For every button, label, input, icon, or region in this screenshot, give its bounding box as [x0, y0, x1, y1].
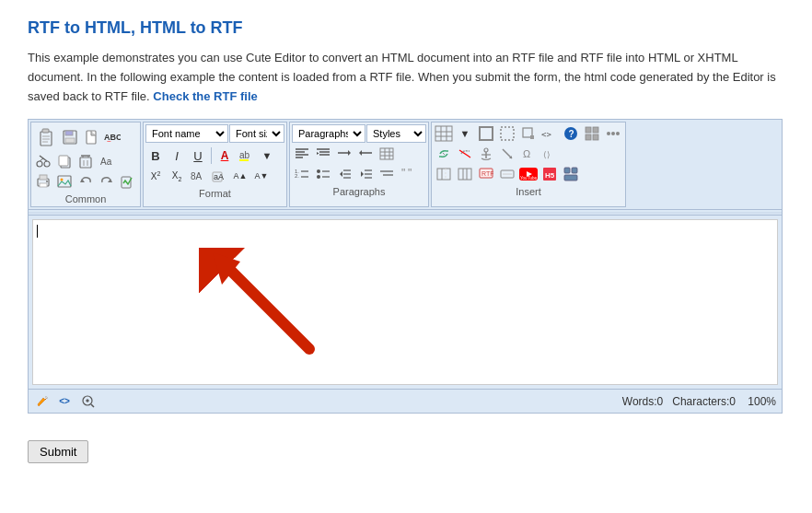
svg-rect-121 — [564, 175, 577, 181]
svg-marker-49 — [359, 150, 362, 156]
code-view-button[interactable]: <> — [539, 124, 560, 143]
resize-button[interactable] — [518, 124, 539, 143]
svg-rect-50 — [380, 148, 393, 159]
anchor-button[interactable] — [476, 145, 496, 163]
redo-button[interactable] — [97, 172, 117, 191]
svg-rect-103 — [437, 169, 450, 180]
svg-marker-63 — [340, 171, 342, 177]
rtf-link[interactable]: Check the RTF file — [153, 89, 257, 103]
svg-rect-90 — [593, 134, 598, 140]
font-size-select[interactable]: Font size — [229, 124, 284, 143]
superscript-button[interactable]: X2 — [145, 167, 166, 185]
svg-rect-88 — [593, 127, 598, 133]
media-button[interactable]: You Tube — [518, 165, 539, 183]
ruler — [29, 210, 782, 216]
increase-indent-button[interactable] — [355, 165, 376, 183]
svg-text:": " — [408, 168, 412, 180]
svg-text:You: You — [520, 176, 528, 181]
indent-button[interactable] — [313, 145, 333, 163]
svg-text:RTF: RTF — [481, 170, 493, 177]
svg-rect-83 — [530, 135, 534, 139]
subscript-button[interactable]: X2 — [167, 167, 187, 185]
pencil-status-button[interactable] — [34, 393, 51, 410]
table-dropdown-button[interactable]: ▼ — [455, 124, 475, 143]
svg-rect-89 — [586, 134, 591, 140]
format-row-3: X2 X2 8A aA — [145, 167, 284, 185]
help-button[interactable]: ? — [561, 124, 581, 143]
border-button[interactable] — [476, 124, 496, 143]
table-grid-button[interactable] — [434, 124, 454, 143]
italic-button[interactable]: I — [167, 146, 187, 165]
svg-rect-120 — [572, 168, 577, 173]
html5-button[interactable]: H5 — [539, 165, 560, 183]
svg-rect-75 — [435, 126, 452, 141]
special-char-button[interactable]: aA — [209, 167, 229, 185]
insert-arrow-button[interactable] — [497, 145, 517, 163]
new-button[interactable] — [81, 128, 101, 146]
bold-button[interactable]: B — [145, 146, 166, 165]
font-color-button[interactable]: A — [215, 146, 235, 165]
spell-button[interactable]: ABC ~ — [102, 128, 122, 146]
decrease-font-button[interactable]: A▼ — [251, 167, 272, 185]
editor-content-area[interactable] — [32, 219, 778, 385]
copy-button[interactable] — [54, 152, 75, 170]
unordered-list-button[interactable] — [313, 165, 333, 183]
underline-button[interactable]: U — [188, 146, 208, 165]
align-right-button[interactable] — [377, 165, 397, 183]
image-button[interactable] — [54, 172, 75, 191]
form-button[interactable] — [497, 165, 517, 183]
paragraphs-select[interactable]: Paragraphs — [292, 124, 365, 143]
ordered-list-button[interactable]: 1. 2. — [292, 165, 312, 183]
align-left-button[interactable] — [292, 145, 312, 163]
arrow-indicator — [199, 248, 346, 358]
ltr-button[interactable] — [355, 145, 376, 163]
source-view-button[interactable]: <> — [54, 392, 75, 411]
cell-merge-button[interactable] — [434, 165, 454, 183]
more-button[interactable] — [603, 124, 623, 143]
font-name-select[interactable]: Font name — [145, 124, 228, 143]
link-button[interactable] — [434, 145, 454, 163]
svg-point-27 — [46, 181, 48, 182]
decrease-indent-button[interactable] — [334, 165, 354, 183]
zoom-status-button[interactable] — [78, 392, 99, 411]
dotted-border-button[interactable] — [497, 124, 517, 143]
widget-button[interactable] — [561, 165, 581, 183]
svg-rect-34 — [239, 159, 249, 161]
styles-select[interactable]: Styles — [366, 124, 426, 143]
check-button[interactable] — [118, 172, 138, 191]
blockquote-button[interactable]: " " — [398, 165, 418, 183]
table-insert-button[interactable] — [377, 145, 397, 163]
increase-font-button[interactable]: A▲ — [230, 167, 250, 185]
common-row-1: ABC ~ — [33, 124, 138, 150]
svg-text:⟨⟩: ⟨⟩ — [543, 150, 551, 159]
insert-label: Insert — [434, 185, 623, 197]
paste-button[interactable] — [33, 124, 59, 150]
format-button[interactable]: Aa — [97, 152, 117, 170]
char-button[interactable]: 8A — [188, 167, 208, 185]
svg-point-13 — [37, 161, 42, 167]
undo-button[interactable] — [75, 172, 96, 191]
table-color-button[interactable]: RTF — [476, 165, 496, 183]
symbol-button[interactable]: Ω — [518, 145, 539, 163]
delete-button[interactable] — [75, 152, 96, 170]
format-more-button[interactable]: ▼ — [257, 146, 277, 165]
save-button[interactable] — [60, 128, 80, 146]
highlight-button[interactable]: ab — [236, 146, 256, 165]
print-button[interactable] — [33, 172, 53, 191]
cut-button[interactable] — [33, 152, 53, 170]
svg-rect-87 — [586, 127, 591, 133]
svg-rect-80 — [480, 127, 493, 140]
format-row-2: B I U A ab ▼ — [145, 146, 284, 165]
svg-text:aA: aA — [214, 172, 224, 181]
cell-split-button[interactable] — [455, 165, 475, 183]
svg-marker-47 — [348, 150, 351, 156]
svg-text:": " — [401, 168, 405, 180]
grid-view-button[interactable] — [582, 124, 602, 143]
svg-text:8A: 8A — [191, 171, 203, 181]
toolbar-format-section: Font name Font size B I U A — [143, 122, 287, 207]
status-left: <> — [34, 392, 99, 411]
rtl-button[interactable] — [334, 145, 354, 163]
submit-button[interactable]: Submit — [28, 440, 88, 463]
unlink-button[interactable] — [455, 145, 475, 163]
special-button[interactable]: ⟨⟩ — [539, 145, 560, 163]
